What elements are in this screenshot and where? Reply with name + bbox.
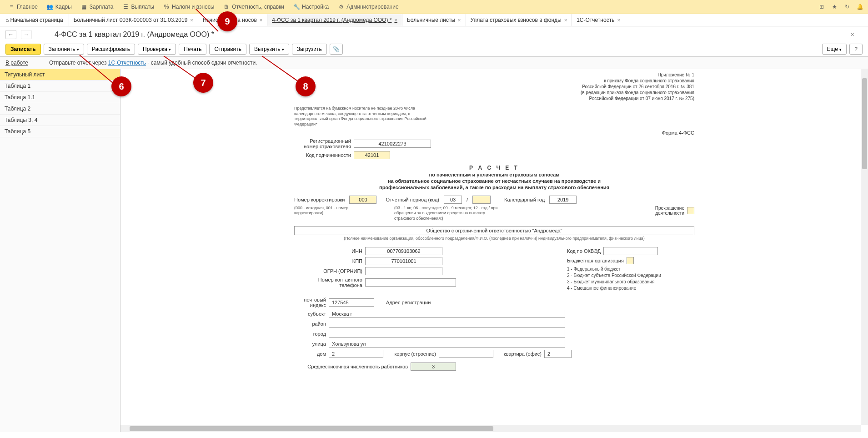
tab-4fss[interactable]: 4-ФСС за 1 квартал 2019 г. (Андромеда ОО…	[267, 14, 402, 26]
close-icon[interactable]: ×	[394, 17, 397, 23]
close-icon[interactable]: ×	[190, 17, 193, 23]
document-tabs: ⌂ Начальная страница Больничный лист 003…	[0, 14, 868, 26]
form-area: Приложение № 1 к приказу Фонда социально…	[120, 69, 868, 432]
house-input[interactable]: 2	[329, 350, 383, 358]
tab-1c-otchet[interactable]: 1С-Отчетность×	[572, 14, 625, 26]
close-icon[interactable]: ×	[564, 17, 567, 23]
zip-input[interactable]: 127545	[329, 298, 374, 307]
form-name: Форма 4-ФСС	[294, 130, 694, 136]
period-label: Отчетный период (код)	[386, 197, 439, 202]
gear-icon: ⚙	[338, 4, 344, 10]
okved-input[interactable]	[603, 247, 658, 255]
city-input[interactable]	[329, 330, 565, 338]
avg-input[interactable]: 3	[411, 362, 456, 371]
street-label: улица	[294, 341, 326, 347]
menu-nalogi[interactable]: %Налоги и взносы	[159, 2, 219, 12]
fill-button[interactable]: Заполнить ▾	[44, 44, 84, 55]
budget-list: 1 - Федеральный бюджет 2 - Бюджет субъек…	[567, 266, 694, 292]
ogrn-label: ОГРН (ОГРНИП)	[294, 268, 362, 274]
export-button[interactable]: Выгрузить ▾	[249, 44, 289, 55]
calc-sub1: по начисленным и уплаченным страховым вз…	[294, 172, 694, 177]
attach-button[interactable]: 📎	[330, 44, 343, 55]
tab-home[interactable]: ⌂ Начальная страница	[0, 14, 69, 26]
status-link[interactable]: В работе	[5, 60, 28, 66]
street-input[interactable]: Хользунова ул	[329, 340, 565, 348]
import-button[interactable]: Загрузить	[292, 44, 327, 55]
kpp-input[interactable]: 770101001	[365, 257, 442, 265]
inn-label: ИНН	[294, 248, 362, 254]
doc-icon: 🗎	[223, 4, 230, 10]
sub-code-input[interactable]: 42101	[354, 151, 390, 159]
close-page-icon[interactable]: ×	[851, 31, 854, 38]
zip-label: почтовый индекс	[294, 297, 326, 308]
submit-note: Представляется на бумажном носителе не п…	[294, 106, 435, 127]
cease-label: Прекращение деятельности	[648, 206, 684, 216]
corr-input[interactable]: 000	[349, 196, 376, 204]
bell-icon[interactable]: 🔔	[855, 2, 864, 11]
sidebar-item-t2[interactable]: Таблица 2	[0, 103, 120, 115]
close-icon[interactable]: ×	[260, 17, 262, 23]
corr-note: (000 - исходная, 001 - номер корректиров…	[294, 206, 367, 216]
org-note: (Полное наименование организации, обособ…	[294, 236, 694, 241]
check-button[interactable]: Проверка ▾	[138, 44, 176, 55]
building-input[interactable]	[439, 350, 493, 358]
annotation-marker-6: 6	[111, 76, 131, 96]
menu-zarplata[interactable]: ▦Зарплата	[76, 2, 118, 12]
close-icon[interactable]: ×	[458, 17, 461, 23]
sidebar-item-t5[interactable]: Таблица 5	[0, 126, 120, 137]
tab-sicklists[interactable]: Больничные листы×	[402, 14, 466, 26]
send-button[interactable]: Отправить	[209, 44, 246, 55]
menu-otchet[interactable]: 🗎Отчетность, справки	[219, 2, 289, 12]
chevron-down-icon: ▾	[77, 47, 79, 52]
annotation-marker-8: 8	[296, 76, 316, 96]
org-name-input[interactable]: Общество с ограниченной ответственностью…	[294, 226, 694, 235]
tab-uplata[interactable]: Уплата страховых взносов в фонды×	[466, 14, 572, 26]
period2-input[interactable]	[472, 196, 491, 204]
1c-otchet-link[interactable]: 1С-Отчетность	[108, 60, 146, 66]
ogrn-input[interactable]	[365, 267, 442, 275]
menu-kadry[interactable]: 👥Кадры	[42, 2, 76, 12]
write-button[interactable]: Записать	[5, 44, 41, 55]
close-icon[interactable]: ×	[617, 17, 620, 23]
back-button[interactable]: ←	[5, 30, 16, 39]
chevron-down-icon: ▾	[839, 47, 842, 52]
tab-sicklist[interactable]: Больничный лист 003К-000003 от 31.03.201…	[69, 14, 198, 26]
district-input[interactable]	[329, 320, 565, 328]
scroll-thumb[interactable]	[862, 78, 867, 169]
year-input[interactable]: 2019	[549, 196, 577, 204]
apps-icon[interactable]: ⊞	[817, 2, 826, 11]
sidebar-item-t34[interactable]: Таблицы 3, 4	[0, 115, 120, 126]
cease-checkbox[interactable]	[687, 207, 694, 214]
district-label: район	[294, 321, 326, 327]
reg-num-input[interactable]: 4210022273	[354, 140, 431, 148]
period-note: (03 - 1 кв; 06 - полугодие; 09 - 9 месяц…	[394, 206, 499, 222]
help-button[interactable]: ?	[849, 44, 863, 55]
scrollbar-vertical[interactable]	[861, 69, 868, 425]
sidebar-item-t1[interactable]: Таблица 1	[0, 81, 120, 92]
city-label: город	[294, 331, 326, 337]
menu-admin[interactable]: ⚙Администрирование	[333, 2, 403, 12]
period-input[interactable]: 03	[444, 196, 462, 204]
forward-button[interactable]: →	[21, 30, 32, 39]
more-button[interactable]: Еще ▾	[822, 44, 847, 55]
menu-main[interactable]: ≡Главное	[4, 2, 42, 12]
inn-input[interactable]: 007709103062	[365, 247, 442, 255]
decrypt-button[interactable]: Расшифровать	[87, 44, 135, 55]
calc-sub2: на обязательное социальное страхование о…	[294, 178, 694, 184]
scroll-thumb[interactable]	[130, 426, 493, 431]
flat-input[interactable]: 2	[544, 350, 572, 358]
content: Титульный лист Таблица 1 Таблица 1.1 Таб…	[0, 69, 868, 432]
budget-org-checkbox[interactable]	[627, 257, 634, 264]
subj-input[interactable]: Москва г	[329, 310, 565, 318]
history-icon[interactable]: ↻	[843, 2, 852, 11]
menu-icon: ≡	[8, 4, 15, 10]
print-button[interactable]: Печать	[179, 44, 206, 55]
star-icon[interactable]: ★	[830, 2, 839, 11]
phone-input[interactable]	[365, 278, 456, 287]
scrollbar-horizontal[interactable]	[120, 425, 861, 432]
sidebar-item-t11[interactable]: Таблица 1.1	[0, 92, 120, 103]
chevron-down-icon: ▾	[282, 47, 284, 52]
menu-vyplaty[interactable]: ☰Выплаты	[118, 2, 159, 12]
menu-nastroika[interactable]: 🔧Настройка	[289, 2, 333, 12]
annotation-marker-7: 7	[193, 73, 213, 93]
